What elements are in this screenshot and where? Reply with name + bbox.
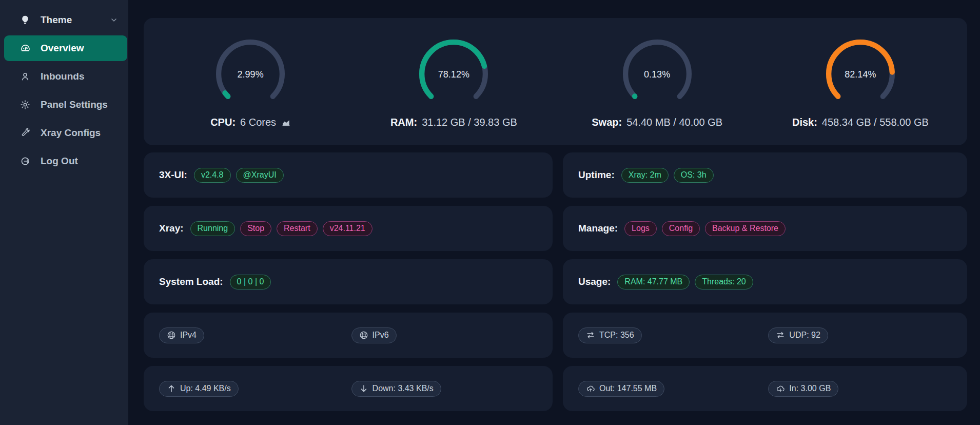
ip-card: IPv4 IPv6 (144, 313, 553, 358)
sidebar-item-panel-settings[interactable]: Panel Settings (0, 92, 128, 118)
disk-value: 458.34 GB / 558.00 GB (822, 117, 929, 128)
sidebar-item-inbounds[interactable]: Inbounds (0, 64, 128, 89)
lightbulb-icon (19, 14, 31, 26)
sidebar-item-label: Overview (41, 43, 84, 54)
xray-stop-button[interactable]: Stop (240, 221, 271, 236)
arrow-down-icon (359, 384, 368, 393)
os-uptime-badge: OS: 3h (674, 168, 714, 183)
cloud-download-icon (776, 384, 785, 393)
ipv6-chip: IPv6 (351, 327, 397, 343)
swap-gauge: 0.13% Swap: 54.40 MB / 40.00 GB (556, 35, 759, 128)
xray-label: Xray: (159, 223, 184, 234)
globe-icon (167, 331, 176, 340)
system-load-badge: 0 | 0 | 0 (230, 275, 271, 289)
theme-toggle[interactable]: Theme (0, 7, 128, 33)
theme-label: Theme (41, 14, 72, 26)
ipv4-text: IPv4 (180, 331, 197, 340)
uptime-label: Uptime: (578, 169, 615, 181)
xray-status-card: Xray: Running Stop Restart v24.11.21 (144, 206, 553, 251)
xray-running-badge: Running (190, 221, 236, 236)
cpu-percent: 2.99% (212, 69, 289, 80)
panel-version-badge[interactable]: v2.4.8 (194, 168, 231, 183)
upload-speed-chip: Up: 4.49 KB/s (159, 381, 239, 397)
download-speed-text: Down: 3.43 KB/s (373, 384, 434, 393)
swap-value: 54.40 MB / 40.00 GB (626, 117, 722, 128)
speed-card: Up: 4.49 KB/s Down: 3.43 KB/s (144, 366, 553, 411)
disk-gauge: 82.14% Disk: 458.34 GB / 558.00 GB (759, 35, 962, 128)
udp-text: UDP: 92 (789, 331, 820, 340)
logs-button[interactable]: Logs (624, 221, 657, 236)
disk-percent: 82.14% (822, 69, 899, 80)
system-load-card: System Load: 0 | 0 | 0 (144, 259, 553, 304)
tcp-text: TCP: 356 (599, 331, 634, 340)
cpu-gauge: 2.99% CPU: 6 Cores (149, 35, 352, 128)
chevron-down-icon[interactable] (110, 16, 118, 24)
usage-card: Usage: RAM: 47.77 MB Threads: 20 (563, 259, 967, 304)
sidebar-item-overview[interactable]: Overview (4, 35, 127, 61)
system-gauges-card: 2.99% CPU: 6 Cores 78.12% RAM: 31.12 G (144, 18, 967, 145)
swap-percent: 0.13% (619, 69, 696, 80)
upload-speed-text: Up: 4.49 KB/s (180, 384, 231, 393)
sidebar: Theme Overview Inbounds Panel Settings X… (0, 0, 128, 425)
traffic-in-text: In: 3.00 GB (789, 384, 831, 393)
sidebar-item-logout[interactable]: Log Out (0, 148, 128, 174)
traffic-out-chip: Out: 147.55 MB (578, 381, 664, 397)
ram-gauge: 78.12% RAM: 31.12 GB / 39.83 GB (352, 35, 555, 128)
ram-usage-badge: RAM: 47.77 MB (617, 275, 690, 289)
panel-version-card: 3X-UI: v2.4.8 @XrayUI (144, 152, 553, 198)
cloud-upload-icon (586, 384, 595, 393)
sidebar-item-label: Inbounds (41, 71, 84, 82)
ram-percent: 78.12% (415, 69, 492, 80)
ipv6-text: IPv6 (373, 331, 389, 340)
arrow-up-icon (167, 384, 176, 393)
ipv4-chip: IPv4 (159, 327, 204, 343)
sidebar-item-xray-configs[interactable]: Xray Configs (0, 120, 128, 146)
sidebar-item-label: Xray Configs (41, 127, 101, 139)
cpu-label: CPU: (210, 117, 236, 128)
main-content: 2.99% CPU: 6 Cores 78.12% RAM: 31.12 G (128, 0, 980, 425)
panel-version-label: 3X-UI: (159, 169, 187, 181)
user-icon (19, 71, 31, 82)
usage-label: Usage: (578, 276, 611, 287)
swap-arrows-icon (776, 331, 785, 340)
config-button[interactable]: Config (662, 221, 700, 236)
swap-label: Swap: (592, 117, 622, 128)
info-cards-grid: 3X-UI: v2.4.8 @XrayUI Uptime: Xray: 2m O… (144, 152, 967, 411)
cpu-value: 6 Cores (240, 117, 276, 128)
xray-version-badge[interactable]: v24.11.21 (323, 221, 373, 236)
manage-label: Manage: (578, 223, 618, 234)
sidebar-item-label: Log Out (41, 156, 78, 167)
xray-restart-button[interactable]: Restart (277, 221, 318, 236)
udp-chip: UDP: 92 (768, 327, 828, 343)
globe-icon (359, 331, 368, 340)
threads-badge: Threads: 20 (695, 275, 753, 289)
system-load-label: System Load: (159, 276, 223, 287)
logout-icon (19, 156, 31, 167)
traffic-in-chip: In: 3.00 GB (768, 381, 838, 397)
uptime-card: Uptime: Xray: 2m OS: 3h (563, 152, 967, 198)
connections-card: TCP: 356 UDP: 92 (563, 313, 967, 358)
tcp-chip: TCP: 356 (578, 327, 642, 343)
ram-value: 31.12 GB / 39.83 GB (422, 117, 517, 128)
xray-uptime-badge: Xray: 2m (621, 168, 669, 183)
wrench-icon (19, 127, 31, 139)
backup-restore-button[interactable]: Backup & Restore (705, 221, 786, 236)
cpu-chart-icon[interactable] (282, 118, 290, 127)
disk-label: Disk: (792, 117, 817, 128)
swap-arrows-icon (586, 331, 595, 340)
telegram-channel-badge[interactable]: @XrayUI (236, 168, 284, 183)
ram-label: RAM: (390, 117, 417, 128)
gear-icon (19, 99, 31, 110)
download-speed-chip: Down: 3.43 KB/s (351, 381, 441, 397)
dashboard-gauge-icon (19, 43, 31, 54)
manage-card: Manage: Logs Config Backup & Restore (563, 206, 967, 251)
traffic-out-text: Out: 147.55 MB (599, 384, 657, 393)
sidebar-item-label: Panel Settings (41, 99, 108, 110)
traffic-card: Out: 147.55 MB In: 3.00 GB (563, 366, 967, 411)
